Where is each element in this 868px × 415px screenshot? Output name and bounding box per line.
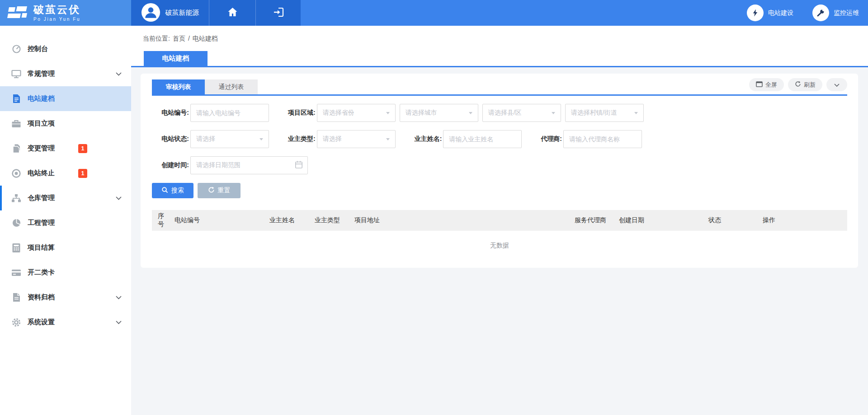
home-icon <box>227 7 238 19</box>
sidebar-item-label: 变更管理 <box>28 144 78 153</box>
chevron-down-icon <box>116 296 122 299</box>
refresh-icon <box>795 81 801 89</box>
filter-field-owner-type: 业主类型:请选择 <box>288 130 396 148</box>
tab-review-list[interactable]: 审核列表 <box>152 79 205 94</box>
sidebar-item-label: 电站终止 <box>28 169 78 177</box>
fullscreen-button[interactable]: 全屏 <box>749 78 784 91</box>
owner-type-select[interactable]: 请选择 <box>317 130 396 148</box>
column-header-service-agent: 服务代理商 <box>572 210 616 231</box>
reset-button[interactable]: 重置 <box>198 183 241 198</box>
sidebar-item-label: 工程管理 <box>28 219 78 227</box>
station-no-input[interactable] <box>190 104 269 122</box>
sidebar-item-system-settings[interactable]: 系统设置 <box>0 310 131 335</box>
sidebar-item-engineering-management[interactable]: 工程管理 <box>0 210 131 235</box>
logo-title: 破茧云伏 <box>33 5 80 15</box>
column-header-index: 序号 <box>152 210 172 231</box>
search-button[interactable]: 搜索 <box>152 183 193 198</box>
sidebar-item-project-settlement[interactable]: 项目结算 <box>0 235 131 260</box>
logout-button[interactable] <box>255 0 301 26</box>
mode-monitoring-label: 监控运维 <box>834 9 859 17</box>
mode-construction[interactable]: 电站建设 <box>747 5 793 21</box>
company-name: 破茧新能源 <box>165 9 199 17</box>
header-account[interactable]: 破茧新能源 <box>131 0 209 26</box>
sidebar: 控制台常规管理电站建档项目立项变更管理1电站终止1仓库管理工程管理项目结算开二类… <box>0 26 131 415</box>
chevron-down-icon <box>116 321 122 324</box>
sidebar-item-label: 资料归档 <box>28 293 78 302</box>
breadcrumb: 当前位置: 首页 / 电站建档 <box>131 26 868 43</box>
region-county-select[interactable]: 请选择县/区 <box>482 104 561 122</box>
sidebar-item-console[interactable]: 控制台 <box>0 37 131 61</box>
lightning-icon <box>747 5 764 21</box>
sidebar-item-data-archive[interactable]: 资料归档 <box>0 285 131 310</box>
calculator-icon <box>11 243 21 253</box>
create-time-date-input[interactable]: 请选择日期范围 <box>190 156 308 174</box>
agent-input[interactable] <box>563 130 642 148</box>
breadcrumb-separator: / <box>188 35 190 43</box>
page-tab[interactable]: 电站建档 <box>144 51 208 66</box>
column-header-station-no: 电站编号 <box>172 210 267 231</box>
active-indicator-bar <box>0 186 2 210</box>
reset-button-label: 重置 <box>218 187 231 195</box>
breadcrumb-home[interactable]: 首页 <box>173 35 185 43</box>
region-town-select[interactable]: 请选择村镇/街道 <box>565 104 644 122</box>
region-province-select[interactable]: 请选择省份 <box>317 104 396 122</box>
owner-name-input[interactable] <box>443 130 522 148</box>
sidebar-item-label: 常规管理 <box>28 70 78 78</box>
notification-badge: 1 <box>78 144 87 153</box>
select-placeholder: 请选择城市 <box>406 109 437 117</box>
header-nav: 破茧新能源 <box>131 0 301 26</box>
filter-field-create-time: 创建时间:请选择日期范围 <box>152 156 308 174</box>
filter-row: 创建时间:请选择日期范围 <box>152 156 847 174</box>
field-label: 创建时间: <box>152 161 189 169</box>
caret-down-icon <box>552 112 555 114</box>
sidebar-item-project-initiation[interactable]: 项目立项 <box>0 111 131 136</box>
select-placeholder: 请选择省份 <box>323 109 354 117</box>
collapse-button[interactable] <box>826 78 847 91</box>
sidebar-item-label: 控制台 <box>28 45 78 53</box>
sidebar-item-station-archive[interactable]: 电站建档 <box>0 86 131 111</box>
field-label: 代理商: <box>541 135 562 143</box>
chevron-down-icon <box>116 72 122 76</box>
station-status-select[interactable]: 请选择 <box>190 130 269 148</box>
calendar-icon <box>295 160 303 171</box>
target-icon <box>11 168 21 178</box>
sidebar-item-label: 系统设置 <box>28 318 78 326</box>
breadcrumb-prefix: 当前位置: <box>143 35 170 43</box>
chevron-down-icon <box>834 81 840 88</box>
filter-field-region-province: 项目区域:请选择省份 <box>288 104 396 122</box>
sidebar-item-label: 项目立项 <box>28 119 78 128</box>
field-label: 电站状态: <box>152 135 189 143</box>
logo-mark-icon <box>7 4 28 22</box>
caret-down-icon <box>634 112 638 114</box>
sidebar-item-station-termination[interactable]: 电站终止1 <box>0 161 131 186</box>
tab-passed-list[interactable]: 通过列表 <box>205 79 258 94</box>
date-placeholder: 请选择日期范围 <box>196 161 241 169</box>
region-city-select[interactable]: 请选择城市 <box>400 104 478 122</box>
field-label: 项目区域: <box>288 109 316 117</box>
select-placeholder: 请选择村镇/街道 <box>571 109 617 117</box>
sidebar-item-label: 项目结算 <box>28 243 78 252</box>
refresh-button[interactable]: 刷新 <box>788 78 822 91</box>
filter-field-region-town: 请选择村镇/街道 <box>565 104 644 122</box>
copy-icon <box>11 144 21 154</box>
column-header-project-address: 项目地址 <box>352 210 572 231</box>
home-button[interactable] <box>209 0 255 26</box>
filter-field-region-city: 请选择城市 <box>400 104 478 122</box>
caret-down-icon <box>386 112 390 114</box>
notification-badge: 1 <box>78 169 87 178</box>
monitor-icon <box>11 69 21 79</box>
field-label: 电站编号: <box>152 109 189 117</box>
sidebar-item-general-management[interactable]: 常规管理 <box>0 61 131 86</box>
app-logo: 破茧云伏 Po Jian Yun Fu <box>0 0 131 26</box>
fullscreen-icon <box>756 81 763 89</box>
filter-field-station-no: 电站编号: <box>152 104 269 122</box>
mode-monitoring[interactable]: 监控运维 <box>812 5 859 21</box>
sidebar-item-warehouse-management[interactable]: 仓库管理 <box>0 186 131 210</box>
sidebar-item-class2-card[interactable]: 开二类卡 <box>0 260 131 285</box>
card-icon <box>11 268 21 278</box>
sidebar-item-change-management[interactable]: 变更管理1 <box>0 136 131 161</box>
main-area: 当前位置: 首页 / 电站建档 电站建档 审核列表通过列表 全屏 <box>131 26 868 415</box>
reset-icon <box>208 187 215 195</box>
breadcrumb-current: 电站建档 <box>193 35 218 43</box>
content-panel: 审核列表通过列表 全屏 <box>141 74 858 268</box>
